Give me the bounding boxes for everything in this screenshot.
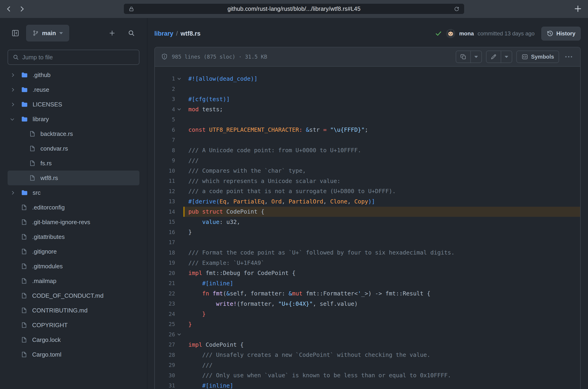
line-number[interactable]: 5 xyxy=(155,117,175,123)
file-icon xyxy=(21,307,28,314)
kebab-menu-icon[interactable] xyxy=(563,53,574,60)
line-number[interactable]: 10 xyxy=(155,168,175,174)
add-file-icon[interactable] xyxy=(109,30,116,37)
line-number[interactable]: 9 xyxy=(155,158,175,163)
search-icon[interactable] xyxy=(128,30,135,37)
tree-item-library[interactable]: library xyxy=(8,112,140,127)
fold-chevron-icon[interactable] xyxy=(178,77,181,80)
code-line-content: const UTF8_REPLACEMENT_CHARACTER: &str =… xyxy=(183,125,580,135)
line-number[interactable]: 27 xyxy=(155,342,175,348)
panel-collapse-icon[interactable] xyxy=(11,29,19,37)
tree-item-.github[interactable]: .github xyxy=(8,67,140,82)
tree-item-fs.rs[interactable]: fs.rs xyxy=(8,156,140,171)
file-tree-sidebar: main .github xyxy=(0,18,147,389)
chevron-right-icon[interactable] xyxy=(11,73,14,77)
line-number[interactable]: 22 xyxy=(155,291,175,296)
line-number[interactable]: 16 xyxy=(155,229,175,235)
copy-dropdown-caret[interactable] xyxy=(470,51,481,63)
tree-item-src[interactable]: src xyxy=(8,185,140,200)
avatar[interactable] xyxy=(446,29,455,38)
line-number[interactable]: 2 xyxy=(155,86,175,92)
tree-item-label: .github xyxy=(33,71,51,79)
tree-item-label: CODE_OF_CONDUCT.md xyxy=(32,292,104,299)
tree-item-.gitmodules[interactable]: .gitmodules xyxy=(8,259,140,274)
code-line-content: value: u32, xyxy=(183,217,580,227)
line-number[interactable]: 15 xyxy=(155,219,175,225)
fold-chevron-icon[interactable] xyxy=(178,107,181,110)
jump-to-file-box[interactable] xyxy=(8,50,140,65)
tree-item-cargo.toml[interactable]: Cargo.toml xyxy=(8,347,140,362)
branch-selector[interactable]: main xyxy=(26,25,69,41)
tree-item-cargo.lock[interactable]: Cargo.lock xyxy=(8,332,140,347)
commit-author[interactable]: mona xyxy=(459,30,474,37)
address-bar[interactable]: github.com/rust-lang/rust/blob/.../libra… xyxy=(124,3,464,14)
line-number[interactable]: 11 xyxy=(155,178,175,184)
tree-item-.reuse[interactable]: .reuse xyxy=(8,82,140,97)
line-number[interactable]: 29 xyxy=(155,362,175,368)
tree-item-.gitattributes[interactable]: .gitattributes xyxy=(8,229,140,244)
line-number[interactable]: 7 xyxy=(155,137,175,143)
tree-item-label: Cargo.lock xyxy=(32,336,61,344)
chevron-right-icon[interactable] xyxy=(11,88,14,92)
line-number[interactable]: 28 xyxy=(155,352,175,358)
tree-item-copyright[interactable]: COPYRIGHT xyxy=(8,318,140,332)
code-line-22: 22 fn fmt(&self, formatter: &mut fmt::Fo… xyxy=(155,289,580,299)
line-number[interactable]: 14 xyxy=(155,209,175,215)
browser-back-icon[interactable] xyxy=(7,6,12,12)
chevron-right-icon[interactable] xyxy=(11,191,14,194)
line-number[interactable]: 6 xyxy=(155,127,175,133)
tree-item-licenses[interactable]: LICENSES xyxy=(8,97,140,112)
edit-dropdown-caret[interactable] xyxy=(501,51,512,63)
line-number[interactable]: 21 xyxy=(155,280,175,286)
line-number[interactable]: 19 xyxy=(155,260,175,266)
line-number[interactable]: 25 xyxy=(155,321,175,327)
code-line-content: /// Example: `U+1F4A9` xyxy=(183,258,580,268)
tree-item-.gitignore[interactable]: .gitignore xyxy=(8,244,140,259)
file-icon xyxy=(29,145,36,152)
tree-item-label: .git-blame-ignore-revs xyxy=(32,219,90,226)
line-number[interactable]: 31 xyxy=(155,383,175,389)
tree-item-contributing.md[interactable]: CONTRIBUTING.md xyxy=(8,303,140,318)
code-line-content: #[inline] xyxy=(183,381,580,389)
fold-chevron-icon[interactable] xyxy=(178,332,181,335)
code-line-16: 16} xyxy=(155,227,580,237)
line-number[interactable]: 17 xyxy=(155,239,175,245)
line-number[interactable]: 18 xyxy=(155,250,175,256)
symbols-button[interactable]: Symbols xyxy=(516,51,559,63)
line-number[interactable]: 4 xyxy=(155,106,175,112)
line-number[interactable]: 24 xyxy=(155,311,175,317)
line-number[interactable]: 1 xyxy=(155,76,175,82)
tree-item-.git-blame-ignore-revs[interactable]: .git-blame-ignore-revs xyxy=(8,215,140,229)
tree-item-condvar.rs[interactable]: condvar.rs xyxy=(8,141,140,156)
code-line-4: 4mod tests; xyxy=(155,104,580,115)
line-number[interactable]: 3 xyxy=(155,96,175,102)
tree-item-code-of-conduct.md[interactable]: CODE_OF_CONDUCT.md xyxy=(8,288,140,303)
line-number[interactable]: 30 xyxy=(155,372,175,378)
browser-forward-icon[interactable] xyxy=(19,6,24,12)
chevron-down-icon[interactable] xyxy=(11,117,14,121)
code-line-content: mod tests; xyxy=(183,104,580,115)
tree-item-wtf8.rs[interactable]: wtf8.rs xyxy=(8,171,140,185)
line-number[interactable]: 8 xyxy=(155,147,175,153)
line-number[interactable]: 26 xyxy=(155,331,175,337)
code-line-13: 13#[derive(Eq, PartialEq, Ord, PartialOr… xyxy=(155,196,580,207)
breadcrumb-filename: wtf8.rs xyxy=(181,30,200,37)
edit-pencil-icon[interactable] xyxy=(486,51,501,63)
tree-item-.mailmap[interactable]: .mailmap xyxy=(8,274,140,288)
line-number[interactable]: 13 xyxy=(155,198,175,204)
url-text[interactable]: github.com/rust-lang/rust/blob/.../libra… xyxy=(134,5,454,12)
tree-item-.editorconfig[interactable]: .editorconfig xyxy=(8,200,140,215)
line-number[interactable]: 12 xyxy=(155,188,175,194)
new-tab-icon[interactable] xyxy=(574,5,582,13)
chevron-right-icon[interactable] xyxy=(11,102,14,106)
jump-to-file-input[interactable] xyxy=(22,54,134,61)
refresh-icon[interactable] xyxy=(454,6,460,12)
history-button[interactable]: History xyxy=(541,27,581,40)
line-number[interactable]: 20 xyxy=(155,270,175,276)
breadcrumb-dir-link[interactable]: library xyxy=(154,30,173,37)
code-line-5: 5 xyxy=(155,115,580,125)
line-number[interactable]: 23 xyxy=(155,301,175,307)
copy-icon[interactable] xyxy=(456,51,470,63)
code-card: 985 lines (875 sloc) · 31.5 KB xyxy=(154,47,581,389)
tree-item-backtrace.rs[interactable]: backtrace.rs xyxy=(8,127,140,141)
